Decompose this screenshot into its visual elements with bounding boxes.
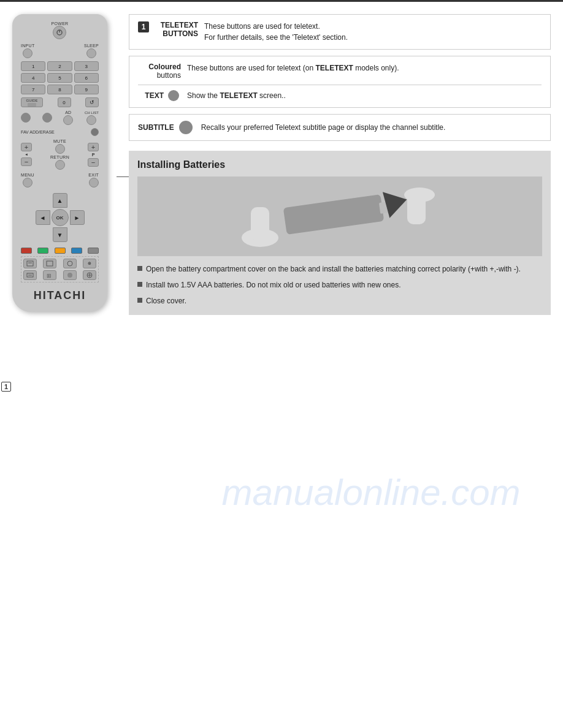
dpad-right-button[interactable]: ►	[70, 210, 85, 225]
vol-up-button[interactable]: +	[21, 143, 32, 151]
tt-btn-6[interactable]: ⊞	[43, 270, 56, 280]
btn-9[interactable]: 9	[74, 85, 99, 94]
dpad-down-button[interactable]: ▼	[53, 227, 67, 242]
tt-btn-4[interactable]: ⊕	[83, 259, 96, 268]
battery-info-3: Close cover.	[137, 295, 542, 306]
exit-label: EXIT	[88, 173, 99, 177]
teletext-info-row: 1 TELETEXT BUTTONS These buttons are use…	[138, 21, 542, 43]
svg-point-5	[67, 261, 72, 266]
ad-button[interactable]	[63, 115, 73, 125]
guide-label: GUIDE	[26, 99, 37, 102]
exit-button[interactable]	[89, 178, 99, 188]
ch-list-button[interactable]	[86, 115, 96, 125]
batteries-section: Installing Batteries	[129, 151, 551, 315]
reload-button[interactable]: ↺	[85, 97, 99, 107]
gray-button[interactable]	[88, 248, 99, 254]
btn-4[interactable]: 4	[21, 73, 45, 83]
svg-rect-2	[27, 261, 33, 266]
return-button[interactable]	[55, 160, 65, 170]
watermark: manualonline.com	[222, 471, 521, 514]
btn-3[interactable]: 3	[74, 61, 99, 71]
btn-8[interactable]: 8	[47, 85, 72, 94]
colored-buttons-row	[21, 248, 99, 254]
mute-label: MUTE	[53, 139, 66, 143]
svg-point-9	[67, 273, 72, 278]
bottom-section: ⊕ ⊞	[18, 248, 101, 282]
mute-return-column: MUTE RETURN	[50, 139, 69, 170]
menu-exit-row: MENU EXIT	[18, 173, 101, 188]
tt-btn-3[interactable]	[63, 259, 77, 268]
ch-up-button[interactable]: +	[88, 143, 99, 151]
icon-row: AD CH LIST	[18, 110, 101, 125]
input-label: INPUT	[21, 44, 35, 48]
power-area: POWER	[52, 21, 69, 39]
coloured-def: These buttons are used for teletext (on …	[187, 63, 399, 80]
dpad-up-button[interactable]: ▲	[53, 193, 67, 208]
remote-container: POWER INPUT SLEEP 1 2 3	[12, 14, 117, 315]
green-button[interactable]	[37, 248, 48, 254]
remote-control: POWER INPUT SLEEP 1 2 3	[12, 14, 107, 312]
btn-7[interactable]: 7	[21, 85, 45, 94]
function-btn[interactable]	[42, 113, 52, 123]
subtitle-icon-btn[interactable]	[21, 113, 31, 123]
vol-ch-area: + ◄ − MUTE RETURN +	[18, 139, 101, 170]
bullet-3	[137, 298, 142, 303]
dpad: ▲ ▼ ◄ ► OK	[36, 193, 85, 242]
tt-btn-5[interactable]	[23, 270, 37, 280]
teletext-section: ⊕ ⊞	[21, 256, 99, 282]
tt-btn-1[interactable]	[23, 259, 37, 268]
batteries-title: Installing Batteries	[137, 159, 542, 170]
red-button[interactable]	[21, 248, 32, 254]
svg-text:⊞: ⊞	[47, 273, 52, 279]
blue-button[interactable]	[71, 248, 82, 254]
svg-rect-14	[251, 207, 269, 241]
tt-btn-8[interactable]	[83, 270, 96, 280]
btn-1[interactable]: 1	[21, 61, 45, 71]
guide-button[interactable]: GUIDE	[21, 97, 43, 107]
vol-down-button[interactable]: −	[21, 157, 32, 166]
power-button[interactable]	[53, 26, 66, 39]
input-button[interactable]	[23, 48, 33, 58]
svg-rect-16	[407, 194, 426, 224]
battery-info-2: Install two 1.5V AAA batteries. Do not m…	[137, 279, 542, 290]
subtitle-term: SUBTITLE	[138, 121, 195, 134]
teletext-def: These buttons are used for teletext. For…	[204, 21, 348, 43]
text-row: TEXT Show the TELETEXT screen..	[138, 90, 542, 101]
top-border-line	[0, 0, 563, 2]
brand-label: HITACHI	[34, 289, 86, 302]
btn-5[interactable]: 5	[47, 73, 72, 83]
sleep-button[interactable]	[86, 48, 96, 58]
channel-column: + P −	[88, 143, 99, 167]
right-content: 1 TELETEXT BUTTONS These buttons are use…	[129, 14, 551, 315]
subtitle-def: Recalls your preferred Teletext subtitle…	[201, 122, 446, 133]
fav-row: FAV ADD/ERASE	[18, 128, 101, 136]
coloured-term: Coloured buttons	[138, 63, 181, 80]
coloured-info-box: Coloured buttons These buttons are used …	[129, 56, 551, 108]
input-sleep-row: INPUT SLEEP	[18, 44, 101, 58]
subtitle-row: SUBTITLE Recalls your preferred Teletext…	[138, 121, 542, 134]
menu-button[interactable]	[23, 178, 33, 188]
tt-btn-7[interactable]	[63, 270, 77, 280]
mute-button[interactable]	[55, 144, 65, 154]
dpad-left-button[interactable]: ◄	[36, 210, 50, 225]
fav-label: FAV ADD/ERASE	[21, 130, 55, 134]
yellow-button[interactable]	[55, 248, 66, 254]
number-grid: 1 2 3 4 5 6 7 8 9	[18, 61, 101, 94]
main-layout: POWER INPUT SLEEP 1 2 3	[0, 8, 563, 321]
btn-6[interactable]: 6	[74, 73, 99, 83]
text-term: TEXT	[138, 90, 181, 101]
btn-0[interactable]: 0	[58, 97, 71, 107]
power-label: POWER	[52, 21, 69, 26]
annotation-1-marker: 1	[1, 382, 11, 392]
menu-label: MENU	[21, 173, 34, 177]
batteries-illustration	[137, 176, 542, 256]
tt-btn-2[interactable]	[43, 259, 56, 268]
text-circle-icon	[168, 90, 179, 101]
fav-button[interactable]	[91, 128, 99, 136]
bullet-2	[137, 282, 142, 287]
ch-list-label: CH LIST	[85, 111, 99, 115]
btn-2[interactable]: 2	[47, 61, 72, 71]
ch-down-button[interactable]: −	[88, 158, 99, 167]
ad-label: AD	[65, 110, 71, 115]
ok-button[interactable]: OK	[52, 209, 69, 226]
